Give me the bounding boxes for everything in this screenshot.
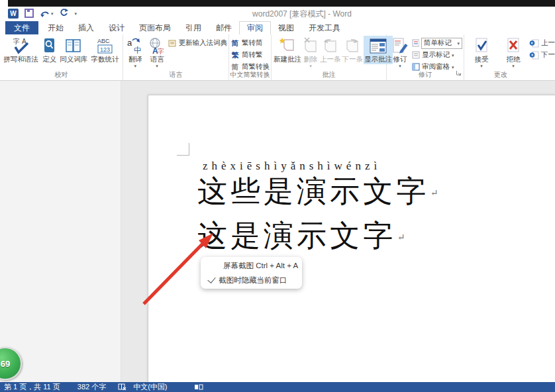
svg-text:字: 字 (158, 48, 164, 55)
tab-view[interactable]: 视图 (271, 21, 301, 34)
tab-insert[interactable]: 插入 (71, 21, 101, 34)
simple-markup-icon (412, 39, 419, 47)
document-area: zhèxiēshìyǎnshìwénzì 这些是演示文字 这是演示文字 (0, 81, 555, 382)
previous-change-icon (529, 39, 539, 48)
spelling-grammar-button[interactable]: 字 A 拼写和语法 (1, 36, 40, 64)
quick-access-toolbar (8, 7, 77, 19)
redo-icon (60, 8, 69, 17)
language-status[interactable]: 中文(中国) (133, 382, 167, 392)
new-comment-icon (279, 36, 296, 55)
redo-button[interactable] (60, 7, 69, 19)
group-label-proofing: 校对 (0, 70, 123, 79)
tab-developer[interactable]: 开发工具 (301, 21, 348, 34)
next-comment-button[interactable]: 下一条 (342, 36, 364, 64)
update-ime-dictionary-button[interactable]: 更新输入法词典 (168, 37, 228, 49)
tab-page-layout[interactable]: 页面布局 (132, 21, 178, 34)
svg-text:a: a (127, 38, 132, 48)
svg-text:ABC: ABC (97, 38, 110, 44)
reject-button[interactable]: 拒绝 (501, 36, 525, 69)
word-app-icon[interactable] (8, 9, 19, 19)
group-label-language: 语言 (123, 70, 228, 79)
text-line-2: 这是演示文字 (197, 216, 405, 256)
text-line-1: 这些是演示文字 (197, 172, 438, 211)
traditional-to-simplified-button[interactable]: 繁转简 (230, 37, 270, 49)
next-change-icon (529, 51, 539, 60)
new-comment-button[interactable]: 新建批注 (273, 36, 302, 64)
margin-crop-mark (177, 143, 189, 156)
window-title: word2007 [兼容模式] - Word (199, 9, 405, 20)
language-button[interactable]: A 字 语言 (146, 36, 168, 69)
accept-dropdown-icon (480, 64, 483, 68)
tab-mailings[interactable]: 邮件 (209, 21, 239, 34)
accept-button[interactable]: 接受 (470, 36, 493, 69)
group-label-chinese-conversion: 中文简繁转换 (229, 70, 271, 79)
group-proofing: 字 A 拼写和语法 定义 (0, 34, 123, 80)
group-language: a 中 翻译 A 字 (123, 34, 229, 80)
delete-comment-dropdown-icon (309, 64, 312, 68)
previous-comment-icon (323, 36, 338, 55)
svg-text:字: 字 (13, 38, 20, 45)
save-icon[interactable] (25, 9, 34, 18)
undo-button[interactable] (40, 9, 54, 18)
simple-markup-dropdown-icon (457, 41, 460, 46)
proofing-error-icon[interactable] (118, 383, 126, 391)
tab-references[interactable]: 引用 (178, 21, 209, 34)
show-comments-icon (370, 36, 387, 55)
simplified-char-icon (230, 38, 240, 48)
define-button[interactable]: 定义 (40, 36, 59, 64)
simplified-to-traditional-button[interactable]: 简转繁 (230, 49, 270, 61)
reviewing-pane-dropdown-icon (452, 65, 454, 70)
pinyin-line: zhèxiēshìyǎnshìwénzì (203, 160, 381, 173)
previous-change-button[interactable]: 上一条 (529, 37, 555, 49)
simple-markup-select[interactable]: 简单标记 (412, 37, 462, 49)
undo-dropdown-icon[interactable] (51, 11, 54, 16)
translate-button[interactable]: a 中 翻译 (125, 36, 146, 69)
reject-dropdown-icon (512, 64, 515, 68)
thesaurus-button[interactable]: 同义词库 (59, 36, 89, 64)
ribbon: 字 A 拼写和语法 定义 (0, 34, 555, 81)
language-dropdown-icon (156, 64, 158, 68)
group-comments: 新建批注 删除 上一条 (272, 34, 387, 80)
define-icon (43, 36, 56, 55)
svg-text:123: 123 (100, 46, 110, 53)
word-count-status[interactable]: 382 个字 (77, 382, 106, 392)
page-info[interactable]: 第 1 页，共 11 页 (4, 382, 60, 392)
tab-design[interactable]: 设计 (101, 21, 132, 34)
svg-text:中: 中 (134, 46, 142, 55)
spelling-grammar-icon: 字 A (13, 36, 30, 55)
show-markup-button[interactable]: 显示标记 (412, 49, 462, 61)
tab-home[interactable]: 开始 (40, 21, 71, 34)
delete-comment-icon (303, 36, 319, 55)
track-changes-button[interactable]: 修订 (388, 36, 412, 69)
word-count-button[interactable]: ABC 123 字数统计 (89, 36, 121, 64)
undo-icon (40, 9, 50, 18)
language-icon: A 字 (148, 36, 166, 55)
delete-comment-button[interactable]: 删除 (302, 36, 319, 69)
ribbon-tab-bar: 文件 开始 插入 设计 页面布局 引用 邮件 审阅 视图 开发工具 (0, 21, 555, 34)
next-comment-icon (344, 36, 360, 55)
red-annotation-arrow (136, 226, 222, 309)
group-label-comments: 批注 (272, 70, 386, 79)
word-window: word2007 [兼容模式] - Word 文件 开始 插入 设计 页面布局 … (0, 0, 555, 392)
group-chinese-conversion: 繁转简 简转繁 简繁转换 中文简繁转换 (229, 34, 272, 80)
traditional-char-icon (230, 50, 240, 60)
group-label-changes: 更改 (464, 70, 537, 79)
tab-review[interactable]: 审阅 (239, 21, 271, 34)
show-markup-dropdown-icon (452, 53, 454, 58)
next-change-button[interactable]: 下一条 (529, 49, 555, 61)
left-canvas-margin (0, 81, 121, 382)
track-changes-icon (392, 36, 409, 55)
window-top-strip (8, 0, 555, 7)
accept-icon (474, 36, 489, 55)
group-label-tracking: 修订 (387, 70, 464, 79)
input-mode-icon[interactable] (194, 384, 203, 390)
translate-icon: a 中 (126, 36, 144, 55)
customize-qat-icon[interactable] (75, 11, 77, 16)
reject-icon (505, 36, 521, 55)
status-bar: 第 1 页，共 11 页 382 个字 中文(中国) (0, 382, 555, 392)
previous-comment-button[interactable]: 上一条 (319, 36, 342, 64)
thesaurus-icon (65, 36, 82, 55)
show-markup-icon (412, 51, 420, 59)
tab-file[interactable]: 文件 (5, 21, 38, 34)
update-ime-dictionary-icon (168, 39, 177, 47)
